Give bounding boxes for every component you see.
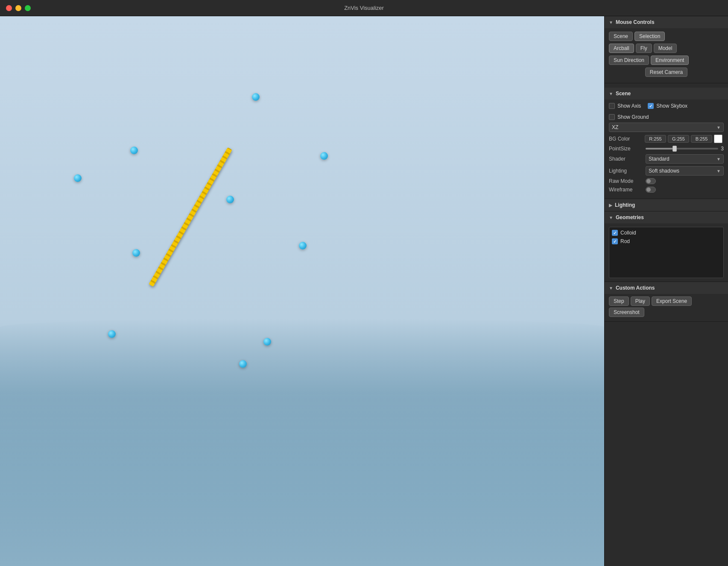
particle-p5 <box>226 196 234 203</box>
lighting-section: ▶ Lighting <box>605 199 728 211</box>
environment-button[interactable]: Environment <box>651 56 689 65</box>
geometries-section: ▼ Geometries ColloidRod <box>605 211 728 282</box>
lighting-dropdown[interactable]: Soft shadows ▼ <box>646 166 724 176</box>
wireframe-toggle[interactable] <box>646 187 656 193</box>
ground-plane <box>0 319 604 566</box>
point-size-value: 3 <box>721 146 724 152</box>
geo-checkbox-0[interactable] <box>612 230 618 236</box>
bg-color-swatch[interactable] <box>714 135 722 143</box>
viewport[interactable] <box>0 16 604 566</box>
main-layout: ▼ Mouse Controls Scene Selection Arcball… <box>0 16 728 566</box>
point-size-slider-row: 3 <box>646 146 724 152</box>
scene-arrow: ▼ <box>609 91 613 96</box>
geo-checkbox-1[interactable] <box>612 238 618 244</box>
point-size-slider-fill <box>646 148 675 150</box>
particle-p8 <box>108 330 116 338</box>
scene-tab[interactable]: Scene <box>609 32 633 41</box>
custom-actions-buttons: StepPlayExport SceneScreenshot <box>605 294 728 321</box>
custom-action-screenshot[interactable]: Screenshot <box>609 308 644 317</box>
bg-b-value[interactable]: B:255 <box>691 135 712 143</box>
maximize-button[interactable] <box>25 5 31 11</box>
show-skybox-label: Show Skybox <box>656 103 687 109</box>
geometries-list: ColloidRod <box>609 227 724 278</box>
scene-title: Scene <box>616 91 631 97</box>
geo-label-1: Rod <box>620 238 630 244</box>
raw-mode-label: Raw Mode <box>609 178 643 184</box>
show-skybox-checkbox[interactable] <box>648 103 654 109</box>
rotation-mode-group: Arcball Fly Model <box>609 44 724 53</box>
wireframe-label: Wireframe <box>609 187 643 193</box>
lighting-dropdown-row: Lighting Soft shadows ▼ <box>609 166 724 176</box>
geometries-body: ColloidRod <box>605 223 728 282</box>
mouse-controls-body: Scene Selection Arcball Fly Model Sun Di… <box>605 28 728 83</box>
particle-p10 <box>239 360 247 368</box>
ground-plane-dropdown[interactable]: XZ ▼ <box>609 123 724 132</box>
right-panel: ▼ Mouse Controls Scene Selection Arcball… <box>604 16 728 566</box>
lighting-title: Lighting <box>615 202 635 208</box>
show-skybox-row: Show Skybox <box>648 103 687 109</box>
lighting-arrow: ▼ <box>716 169 721 173</box>
bg-color-row: BG Color R:255 G:255 B:255 <box>609 135 724 143</box>
minimize-button[interactable] <box>15 5 21 11</box>
rod <box>149 147 232 287</box>
selection-tab[interactable]: Selection <box>634 32 665 41</box>
geo-label-0: Colloid <box>620 230 636 236</box>
window-title: ZnVis Visualizer <box>344 5 384 11</box>
geometries-header[interactable]: ▼ Geometries <box>605 211 728 223</box>
custom-action-play[interactable]: Play <box>631 296 650 306</box>
shader-arrow: ▼ <box>716 157 721 161</box>
geo-item-1: Rod <box>612 238 721 244</box>
scene-selection-group: Scene Selection <box>609 32 724 41</box>
show-axis-row: Show Axis <box>609 103 641 109</box>
geometries-title: Geometries <box>616 214 644 220</box>
custom-actions-arrow: ▼ <box>609 286 613 290</box>
particle-p9 <box>263 338 271 346</box>
point-size-row: PointSize 3 <box>609 146 724 152</box>
geometries-arrow: ▼ <box>609 215 613 220</box>
particle-p4 <box>320 152 328 160</box>
point-size-label: PointSize <box>609 146 643 152</box>
bg-r-value[interactable]: R:255 <box>645 135 666 143</box>
scene-body: Show Axis Show Skybox Show Ground XZ ▼ <box>605 100 728 199</box>
point-size-slider-thumb[interactable] <box>672 146 677 152</box>
close-button[interactable] <box>6 5 12 11</box>
show-axis-checkbox[interactable] <box>609 103 615 109</box>
mouse-controls-section: ▼ Mouse Controls Scene Selection Arcball… <box>605 16 728 83</box>
show-ground-row: Show Ground <box>609 114 724 120</box>
particle-p2 <box>130 147 138 154</box>
show-ground-checkbox[interactable] <box>609 114 615 120</box>
scene-header[interactable]: ▼ Scene <box>605 88 728 100</box>
particle-p7 <box>299 242 307 249</box>
mouse-controls-arrow: ▼ <box>609 20 613 25</box>
point-size-slider-track[interactable] <box>646 148 718 150</box>
particle-p1 <box>252 93 260 101</box>
raw-mode-toggle[interactable] <box>646 178 656 184</box>
titlebar: ZnVis Visualizer <box>0 0 728 16</box>
window-controls[interactable] <box>6 5 31 11</box>
direction-group: Sun Direction Environment <box>609 56 724 65</box>
custom-actions-header[interactable]: ▼ Custom Actions <box>605 282 728 294</box>
geo-item-0: Colloid <box>612 230 721 236</box>
reset-camera-row: Reset Camera <box>609 67 724 77</box>
arcball-button[interactable]: Arcball <box>609 44 634 53</box>
shader-dropdown[interactable]: Standard ▼ <box>646 154 724 164</box>
model-button[interactable]: Model <box>654 44 677 53</box>
shader-row: Shader Standard ▼ <box>609 154 724 164</box>
show-ground-label: Show Ground <box>617 114 649 120</box>
custom-action-step[interactable]: Step <box>609 296 629 306</box>
custom-actions-title: Custom Actions <box>616 285 655 291</box>
lighting-header[interactable]: ▶ Lighting <box>605 199 728 211</box>
fly-button[interactable]: Fly <box>636 44 652 53</box>
mouse-controls-header[interactable]: ▼ Mouse Controls <box>605 16 728 28</box>
sun-direction-button[interactable]: Sun Direction <box>609 56 649 65</box>
bg-g-value[interactable]: G:255 <box>668 135 689 143</box>
scene-section: ▼ Scene Show Axis Show Skybox <box>605 88 728 199</box>
ground-plane-value: XZ <box>612 124 618 130</box>
reset-camera-button[interactable]: Reset Camera <box>645 67 687 77</box>
custom-actions-section: ▼ Custom Actions StepPlayExport SceneScr… <box>605 282 728 322</box>
shader-label: Shader <box>609 156 643 162</box>
lighting-dropdown-label: Lighting <box>609 168 643 174</box>
particle-p3 <box>74 174 82 182</box>
custom-action-export-scene[interactable]: Export Scene <box>652 296 692 306</box>
lighting-arrow-icon: ▶ <box>609 203 612 208</box>
